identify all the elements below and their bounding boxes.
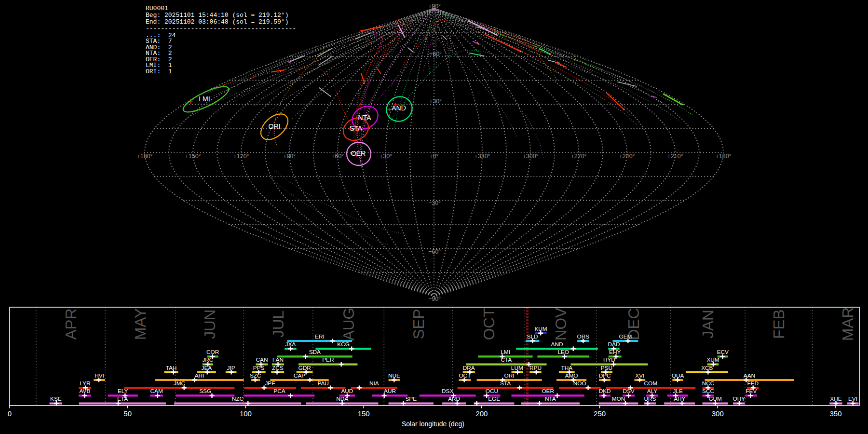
svg-text:MAR: MAR (839, 307, 856, 341)
svg-text:RPU: RPU (529, 365, 542, 371)
svg-text:NTA: NTA (358, 114, 372, 122)
svg-text:NOO: NOO (573, 380, 586, 387)
svg-text:SLD: SLD (527, 333, 538, 340)
svg-text:+0°: +0° (429, 153, 438, 160)
svg-text:ORI: ORI (269, 122, 281, 130)
svg-text:OER: OER (542, 388, 554, 394)
svg-text:Solar longitude (deg): Solar longitude (deg) (402, 420, 464, 428)
svg-text:AAN: AAN (744, 372, 755, 379)
svg-text:STA: STA (350, 124, 363, 132)
svg-text:LEO: LEO (557, 349, 569, 355)
svg-text:GUM: GUM (708, 395, 722, 402)
svg-text:LMI: LMI (501, 349, 510, 355)
svg-text:NCC: NCC (702, 380, 715, 387)
svg-text:−90°: −90° (428, 296, 441, 302)
svg-text:XCB: XCB (701, 365, 713, 371)
svg-text:EHY: EHY (609, 349, 621, 355)
svg-text:ALY: ALY (647, 388, 658, 394)
svg-text:JAN: JAN (699, 310, 717, 339)
svg-text:JXA: JXA (285, 341, 296, 348)
svg-text:−60°: −60° (428, 248, 441, 255)
svg-text:CAP: CAP (294, 372, 305, 379)
svg-text:−30°: −30° (428, 200, 441, 206)
svg-text:TAH: TAH (166, 365, 177, 371)
svg-text:JRC: JRC (202, 356, 213, 363)
svg-text:DSV: DSV (623, 388, 634, 394)
svg-text:JUN: JUN (201, 309, 218, 339)
svg-text:+60°: +60° (331, 153, 344, 160)
svg-text:DRA: DRA (463, 365, 475, 371)
svg-text:+30°: +30° (380, 153, 392, 160)
svg-text:SSG: SSG (199, 388, 211, 394)
svg-text:SPE: SPE (405, 395, 417, 402)
svg-text:350: 350 (829, 409, 841, 418)
svg-text:COM: COM (644, 380, 658, 387)
svg-text:ARI: ARI (195, 372, 204, 379)
svg-text:RU0001: RU0001 (146, 5, 168, 12)
svg-text:ORS: ORS (577, 333, 590, 340)
svg-text:LYR: LYR (80, 380, 90, 387)
svg-text:XUM: XUM (706, 356, 719, 363)
svg-text:300: 300 (712, 409, 724, 418)
svg-text:JIP: JIP (227, 365, 235, 371)
svg-text:QUA: QUA (672, 372, 684, 379)
svg-text:COR: COR (206, 349, 219, 355)
svg-text:JEA: JEA (202, 365, 212, 371)
svg-text:AHY: AHY (674, 395, 685, 402)
svg-text:GDR: GDR (298, 365, 311, 371)
svg-text:0: 0 (8, 409, 12, 418)
svg-text:150: 150 (358, 409, 370, 418)
svg-text:PER: PER (322, 356, 334, 363)
svg-text:ETA: ETA (117, 395, 128, 402)
svg-text:50: 50 (123, 409, 132, 418)
svg-text:LMI: LMI (199, 95, 210, 103)
svg-text:JPE: JPE (265, 380, 275, 387)
svg-text:+90°: +90° (428, 3, 441, 10)
svg-text:ARD: ARD (448, 395, 460, 402)
svg-text:NUE: NUE (388, 372, 400, 379)
svg-text:GEM: GEM (619, 333, 632, 340)
svg-text:OER: OER (351, 149, 366, 157)
svg-text:CAN: CAN (256, 356, 268, 363)
svg-text:AND: AND (551, 341, 563, 348)
svg-text:ERI: ERI (315, 333, 325, 340)
svg-text:AMO: AMO (565, 372, 578, 379)
svg-text:+270°: +270° (570, 153, 586, 160)
svg-text:LUM: LUM (511, 365, 523, 371)
svg-text:FEV: FEV (746, 388, 757, 394)
svg-text:NTA: NTA (545, 395, 556, 402)
svg-text:NZC: NZC (232, 395, 244, 402)
svg-text:ORI: ORI (504, 372, 515, 379)
svg-text:MON: MON (612, 395, 625, 402)
svg-text:PSU: PSU (601, 365, 612, 371)
svg-text:Beg: 20251101 15:44:10 (sol =: Beg: 20251101 15:44:10 (sol = 219.12°) (146, 12, 288, 19)
svg-text:URS: URS (644, 395, 656, 402)
svg-text:DAD: DAD (608, 341, 620, 348)
svg-text:FAN: FAN (272, 356, 284, 363)
svg-text:DSX: DSX (442, 388, 453, 394)
svg-text:THA: THA (561, 365, 572, 371)
svg-text:+30°: +30° (429, 98, 442, 105)
svg-text:250: 250 (594, 409, 606, 418)
svg-text:DPC: DPC (599, 372, 611, 379)
svg-text:------------------------------: ---------------------------------------- (146, 25, 296, 32)
svg-text:MAY: MAY (132, 308, 149, 340)
svg-text:ECV: ECV (717, 349, 729, 355)
svg-text:OCU: OCU (486, 388, 498, 394)
svg-text:+60°: +60° (429, 51, 442, 57)
svg-text:+330°: +330° (474, 153, 490, 160)
svg-text:PCA: PCA (273, 388, 285, 394)
svg-text:+240°: +240° (619, 153, 635, 160)
svg-text:DKD: DKD (599, 388, 611, 394)
svg-text:SZC: SZC (250, 372, 261, 379)
svg-text:PPS: PPS (253, 365, 265, 371)
svg-text:ELY: ELY (118, 388, 128, 394)
svg-text:SEP: SEP (410, 309, 427, 339)
svg-text:AND: AND (392, 104, 406, 112)
svg-text:XVI: XVI (635, 372, 644, 379)
svg-text:HVI: HVI (95, 372, 104, 379)
svg-text:FEB: FEB (770, 309, 787, 339)
svg-text:NDA: NDA (336, 395, 348, 402)
svg-text:CAM: CAM (150, 388, 163, 394)
svg-text:SCC: SCC (702, 388, 714, 394)
